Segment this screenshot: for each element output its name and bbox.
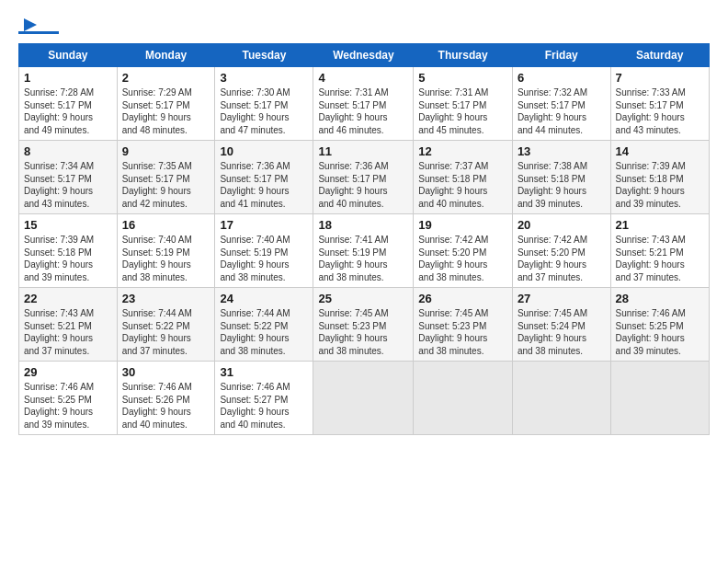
- day-number: 13: [518, 144, 606, 158]
- calendar-cell: 1Sunrise: 7:28 AM Sunset: 5:17 PM Daylig…: [19, 67, 118, 141]
- calendar-cell: 18Sunrise: 7:41 AM Sunset: 5:19 PM Dayli…: [313, 214, 414, 288]
- calendar-body: 1Sunrise: 7:28 AM Sunset: 5:17 PM Daylig…: [19, 67, 710, 435]
- day-number: 16: [122, 218, 210, 232]
- day-info: Sunrise: 7:36 AM Sunset: 5:17 PM Dayligh…: [318, 160, 408, 210]
- day-info: Sunrise: 7:46 AM Sunset: 5:26 PM Dayligh…: [122, 381, 210, 431]
- day-number: 17: [220, 218, 308, 232]
- calendar-cell: 24Sunrise: 7:44 AM Sunset: 5:22 PM Dayli…: [215, 288, 313, 362]
- day-info: Sunrise: 7:31 AM Sunset: 5:17 PM Dayligh…: [318, 86, 408, 136]
- calendar-cell: [512, 362, 610, 435]
- calendar-cell: 8Sunrise: 7:34 AM Sunset: 5:17 PM Daylig…: [19, 141, 118, 214]
- day-info: Sunrise: 7:40 AM Sunset: 5:19 PM Dayligh…: [122, 234, 210, 283]
- calendar-week-row: 15Sunrise: 7:39 AM Sunset: 5:18 PM Dayli…: [19, 214, 710, 288]
- calendar-cell: 19Sunrise: 7:42 AM Sunset: 5:20 PM Dayli…: [414, 214, 513, 288]
- calendar-cell: 14Sunrise: 7:39 AM Sunset: 5:18 PM Dayli…: [610, 141, 709, 214]
- calendar-cell: 13Sunrise: 7:38 AM Sunset: 5:18 PM Dayli…: [512, 141, 610, 214]
- day-number: 14: [616, 144, 704, 158]
- header: [18, 15, 710, 34]
- day-of-week-header: Friday: [512, 44, 610, 67]
- day-number: 2: [122, 71, 210, 85]
- calendar-cell: 30Sunrise: 7:46 AM Sunset: 5:26 PM Dayli…: [117, 362, 215, 435]
- day-info: Sunrise: 7:30 AM Sunset: 5:17 PM Dayligh…: [220, 86, 308, 136]
- day-info: Sunrise: 7:40 AM Sunset: 5:19 PM Dayligh…: [220, 234, 308, 283]
- day-number: 25: [318, 292, 408, 305]
- day-info: Sunrise: 7:46 AM Sunset: 5:25 PM Dayligh…: [24, 381, 112, 431]
- day-info: Sunrise: 7:33 AM Sunset: 5:17 PM Dayligh…: [616, 86, 704, 136]
- day-info: Sunrise: 7:45 AM Sunset: 5:24 PM Dayligh…: [518, 307, 606, 357]
- calendar-week-row: 29Sunrise: 7:46 AM Sunset: 5:25 PM Dayli…: [19, 362, 710, 435]
- day-info: Sunrise: 7:42 AM Sunset: 5:20 PM Dayligh…: [418, 234, 507, 283]
- day-number: 1: [24, 71, 112, 85]
- day-number: 22: [24, 292, 112, 305]
- day-info: Sunrise: 7:38 AM Sunset: 5:18 PM Dayligh…: [518, 160, 606, 210]
- calendar-table: SundayMondayTuesdayWednesdayThursdayFrid…: [18, 43, 710, 435]
- day-info: Sunrise: 7:34 AM Sunset: 5:17 PM Dayligh…: [24, 160, 112, 210]
- calendar-cell: 2Sunrise: 7:29 AM Sunset: 5:17 PM Daylig…: [117, 67, 215, 141]
- calendar-week-row: 22Sunrise: 7:43 AM Sunset: 5:21 PM Dayli…: [19, 288, 710, 362]
- calendar-cell: 11Sunrise: 7:36 AM Sunset: 5:17 PM Dayli…: [313, 141, 414, 214]
- day-of-week-header: Sunday: [19, 44, 118, 67]
- calendar-cell: 10Sunrise: 7:36 AM Sunset: 5:17 PM Dayli…: [215, 141, 313, 214]
- calendar-cell: 17Sunrise: 7:40 AM Sunset: 5:19 PM Dayli…: [215, 214, 313, 288]
- day-number: 18: [318, 218, 408, 232]
- day-number: 3: [220, 71, 308, 85]
- day-number: 26: [418, 292, 507, 305]
- calendar-cell: 9Sunrise: 7:35 AM Sunset: 5:17 PM Daylig…: [117, 141, 215, 214]
- calendar-cell: [414, 362, 513, 435]
- calendar-cell: 3Sunrise: 7:30 AM Sunset: 5:17 PM Daylig…: [215, 67, 313, 141]
- day-info: Sunrise: 7:39 AM Sunset: 5:18 PM Dayligh…: [24, 234, 112, 283]
- calendar-cell: 25Sunrise: 7:45 AM Sunset: 5:23 PM Dayli…: [313, 288, 414, 362]
- day-number: 24: [220, 292, 308, 305]
- day-info: Sunrise: 7:43 AM Sunset: 5:21 PM Dayligh…: [616, 234, 704, 283]
- day-info: Sunrise: 7:35 AM Sunset: 5:17 PM Dayligh…: [122, 160, 210, 210]
- day-info: Sunrise: 7:29 AM Sunset: 5:17 PM Dayligh…: [122, 86, 210, 136]
- day-of-week-header: Wednesday: [313, 44, 414, 67]
- calendar-cell: 12Sunrise: 7:37 AM Sunset: 5:18 PM Dayli…: [414, 141, 513, 214]
- day-info: Sunrise: 7:44 AM Sunset: 5:22 PM Dayligh…: [220, 307, 308, 357]
- day-info: Sunrise: 7:45 AM Sunset: 5:23 PM Dayligh…: [318, 307, 408, 357]
- day-number: 19: [418, 218, 507, 232]
- day-of-week-header: Tuesday: [215, 44, 313, 67]
- calendar-cell: 15Sunrise: 7:39 AM Sunset: 5:18 PM Dayli…: [19, 214, 118, 288]
- day-number: 21: [616, 218, 704, 232]
- logo-underline: [18, 31, 59, 34]
- calendar-week-row: 8Sunrise: 7:34 AM Sunset: 5:17 PM Daylig…: [19, 141, 710, 214]
- calendar-cell: 16Sunrise: 7:40 AM Sunset: 5:19 PM Dayli…: [117, 214, 215, 288]
- day-info: Sunrise: 7:31 AM Sunset: 5:17 PM Dayligh…: [418, 86, 507, 136]
- day-info: Sunrise: 7:46 AM Sunset: 5:27 PM Dayligh…: [220, 381, 308, 431]
- day-number: 4: [318, 71, 408, 85]
- day-number: 7: [616, 71, 704, 85]
- day-number: 27: [518, 292, 606, 305]
- day-number: 12: [418, 144, 507, 158]
- day-info: Sunrise: 7:28 AM Sunset: 5:17 PM Dayligh…: [24, 86, 112, 136]
- day-info: Sunrise: 7:32 AM Sunset: 5:17 PM Dayligh…: [518, 86, 606, 136]
- calendar-cell: 4Sunrise: 7:31 AM Sunset: 5:17 PM Daylig…: [313, 67, 414, 141]
- calendar-cell: 20Sunrise: 7:42 AM Sunset: 5:20 PM Dayli…: [512, 214, 610, 288]
- calendar-cell: 28Sunrise: 7:46 AM Sunset: 5:25 PM Dayli…: [610, 288, 709, 362]
- day-number: 15: [24, 218, 112, 232]
- day-info: Sunrise: 7:36 AM Sunset: 5:17 PM Dayligh…: [220, 160, 308, 210]
- day-info: Sunrise: 7:39 AM Sunset: 5:18 PM Dayligh…: [616, 160, 704, 210]
- day-number: 30: [122, 365, 210, 379]
- day-of-week-header: Saturday: [610, 44, 709, 67]
- day-number: 5: [418, 71, 507, 85]
- day-info: Sunrise: 7:45 AM Sunset: 5:23 PM Dayligh…: [418, 307, 507, 357]
- page: SundayMondayTuesdayWednesdayThursdayFrid…: [0, 0, 728, 444]
- calendar-cell: [610, 362, 709, 435]
- calendar-cell: 5Sunrise: 7:31 AM Sunset: 5:17 PM Daylig…: [414, 67, 513, 141]
- day-info: Sunrise: 7:37 AM Sunset: 5:18 PM Dayligh…: [418, 160, 507, 210]
- svg-marker-0: [24, 18, 37, 31]
- day-number: 6: [518, 71, 606, 85]
- calendar-cell: 27Sunrise: 7:45 AM Sunset: 5:24 PM Dayli…: [512, 288, 610, 362]
- calendar-cell: 7Sunrise: 7:33 AM Sunset: 5:17 PM Daylig…: [610, 67, 709, 141]
- calendar-cell: 21Sunrise: 7:43 AM Sunset: 5:21 PM Dayli…: [610, 214, 709, 288]
- day-number: 11: [318, 144, 408, 158]
- day-number: 10: [220, 144, 308, 158]
- day-number: 29: [24, 365, 112, 379]
- day-info: Sunrise: 7:44 AM Sunset: 5:22 PM Dayligh…: [122, 307, 210, 357]
- calendar-cell: 26Sunrise: 7:45 AM Sunset: 5:23 PM Dayli…: [414, 288, 513, 362]
- day-number: 31: [220, 365, 308, 379]
- calendar-cell: 29Sunrise: 7:46 AM Sunset: 5:25 PM Dayli…: [19, 362, 118, 435]
- day-of-week-header: Thursday: [414, 44, 513, 67]
- calendar-cell: [313, 362, 414, 435]
